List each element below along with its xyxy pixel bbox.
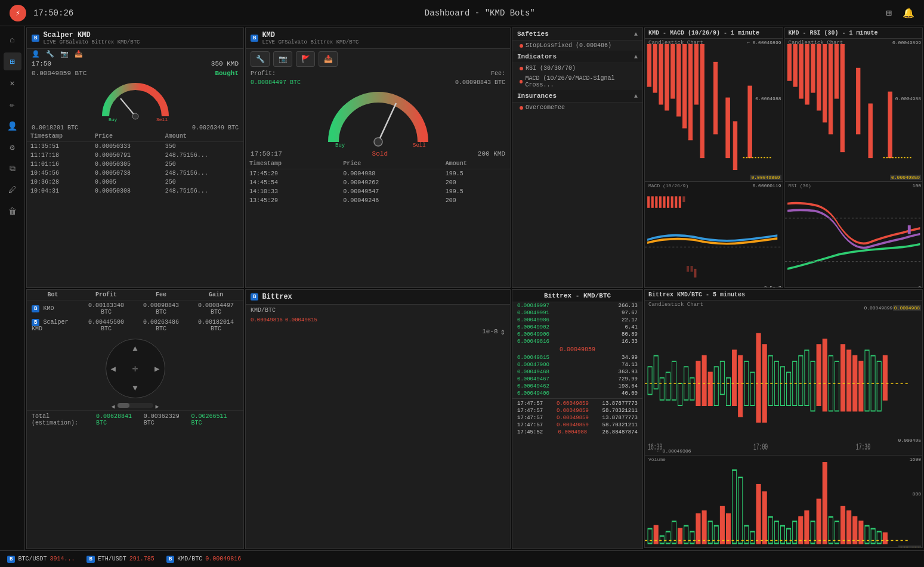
svg-rect-81 xyxy=(787,372,791,405)
svg-rect-13 xyxy=(677,45,681,116)
scalper-gain: 0.00182014 BTC xyxy=(188,317,243,334)
safeties-panel: Safeties ▲ StopLossFixed (0.000486) Indi… xyxy=(512,27,643,288)
status-btc-value: 3914... xyxy=(50,556,75,562)
svg-rect-141 xyxy=(883,533,887,543)
kmd-pair: KMD/BTC xyxy=(246,305,510,316)
svg-rect-85 xyxy=(811,361,815,410)
svg-text:17:45: 17:45 xyxy=(787,286,799,288)
svg-rect-43 xyxy=(811,45,815,92)
table-row: 11:17:180.00050791248.75156... xyxy=(27,151,243,160)
sidebar-copy[interactable]: ⧉ xyxy=(4,160,21,178)
svg-rect-75 xyxy=(750,372,755,405)
sidebar-dashboard[interactable]: ⊞ xyxy=(4,52,21,70)
b5-price-mid: 0.000495 xyxy=(898,438,921,443)
safeties-chevron[interactable]: ▲ xyxy=(634,31,638,38)
sidebar-close[interactable]: ✕ xyxy=(4,74,21,92)
main-grid: B Scalper KMD LIVE GFSalvato Bittrex KMD… xyxy=(25,26,924,550)
status-btc: B BTC/USDT 3914... xyxy=(7,556,75,563)
col-bot: Bot xyxy=(27,290,79,300)
nav-right[interactable]: ▶ xyxy=(154,363,159,373)
macd-neg-val: -3.5e-7 xyxy=(761,285,781,287)
svg-rect-115 xyxy=(726,514,730,543)
wrench-icon[interactable]: 🔧 xyxy=(46,50,54,58)
kmd-btn-1[interactable]: 🔧 xyxy=(251,51,270,67)
scroll-thumb[interactable] xyxy=(118,403,129,408)
kmd-btn-3[interactable]: 🚩 xyxy=(296,51,315,67)
sidebar-home[interactable]: ⌂ xyxy=(4,31,21,49)
ob-ask: 0.0004998622.17 xyxy=(512,317,642,324)
svg-rect-48 xyxy=(840,45,845,151)
safety-label: StopLossFixed (0.000486) xyxy=(526,42,611,49)
bell-icon[interactable]: 🔔 xyxy=(903,7,914,19)
svg-rect-130 xyxy=(817,500,821,544)
sidebar-pen[interactable]: 🖊 xyxy=(4,181,21,199)
svg-rect-50 xyxy=(868,104,872,158)
ob-ask: 0.0004990080.89 xyxy=(512,331,642,338)
nav-down[interactable]: ▼ xyxy=(132,383,137,393)
svg-rect-60 xyxy=(660,377,664,399)
rsi-sub-panel: RSI (30) 100 0 17:45 1 🔍 ← → ↔ xyxy=(785,181,923,288)
sidebar-edit[interactable]: ✏ xyxy=(4,95,21,113)
scalper-btc-values: 0.0018201 BTC 0.0026349 BTC xyxy=(27,125,243,131)
svg-text:Buy: Buy xyxy=(335,142,345,148)
summary-table: Bot Profit Fee Gain B KMD 0.00183340 BTC… xyxy=(27,290,243,334)
svg-rect-94 xyxy=(865,350,869,411)
orderbook-title: Bittrex - KMD/BTC xyxy=(512,290,642,302)
svg-rect-36 xyxy=(691,266,693,272)
svg-rect-96 xyxy=(877,361,881,410)
svg-rect-47 xyxy=(835,45,839,98)
sidebar-person[interactable]: 👤 xyxy=(4,117,21,135)
screen-icon[interactable]: ⊞ xyxy=(886,7,892,19)
status-btc-badge: B xyxy=(7,556,15,563)
sidebar-gear[interactable]: ⚙ xyxy=(4,138,21,156)
volume-current: 147.414 xyxy=(898,546,921,548)
bittrex-candle-label: Candlestick Chart xyxy=(648,302,703,308)
kmd-btn-2[interactable]: 📷 xyxy=(273,51,292,67)
table-row: 14:45:540.00049262200 xyxy=(246,178,510,187)
svg-rect-84 xyxy=(805,350,809,405)
indicator-macd: MACD (10/26/9/MACD-Signal Cross... xyxy=(512,73,642,90)
scale-arrows[interactable]: ⇕ xyxy=(500,327,505,337)
scalper-profit: 0.00445500 BTC xyxy=(79,317,134,334)
svg-rect-24 xyxy=(651,196,654,207)
app-logo: ⚡ xyxy=(10,5,26,21)
svg-rect-16 xyxy=(694,45,699,104)
svg-rect-139 xyxy=(871,529,875,544)
rsi-price-high: 0.00049899 xyxy=(892,40,921,45)
table-row: 10:45:560.00050738248.75156... xyxy=(27,169,243,178)
nav-widget[interactable]: ▲ ▼ ◀ ▶ ✛ xyxy=(106,339,165,398)
scalper-toolbar: 👤 🔧 📷 📥 xyxy=(27,49,243,59)
svg-rect-110 xyxy=(696,514,700,543)
sold-row: 17:50:17 Sold 200 KMD xyxy=(246,149,510,159)
svg-rect-128 xyxy=(805,511,809,543)
svg-rect-135 xyxy=(847,511,851,543)
indicators-chevron[interactable]: ▲ xyxy=(634,54,638,60)
rsi-label: RSI (30/30/70) xyxy=(526,65,576,72)
safeties-header: Safeties ▲ xyxy=(512,28,642,41)
status-eth-label: ETH/USDT xyxy=(98,556,126,562)
svg-rect-125 xyxy=(787,529,791,544)
svg-rect-26 xyxy=(659,196,662,207)
svg-rect-8 xyxy=(647,45,651,86)
kmd-row-badge: B xyxy=(32,305,39,312)
bot-summary-panel: Bot Profit Fee Gain B KMD 0.00183340 BTC… xyxy=(26,289,244,550)
nav-up[interactable]: ▲ xyxy=(132,344,137,354)
sidebar-trash[interactable]: 🗑 xyxy=(4,203,21,221)
scroll-track[interactable] xyxy=(118,403,153,408)
nav-scroll[interactable]: ◀ ▶ xyxy=(27,403,243,410)
user-icon[interactable]: 👤 xyxy=(32,50,40,58)
nav-left[interactable]: ◀ xyxy=(111,363,116,373)
b5-price-low: ← 0.00049306 xyxy=(657,448,691,454)
svg-rect-83 xyxy=(799,355,803,405)
ob-ask: 0.0004999197.67 xyxy=(512,309,642,317)
download-icon[interactable]: 📥 xyxy=(75,50,83,58)
kmd-btn-4[interactable]: 📥 xyxy=(319,51,338,67)
nav-center[interactable]: ✛ xyxy=(132,362,138,374)
svg-text:Sell: Sell xyxy=(156,117,168,122)
camera-icon[interactable]: 📷 xyxy=(60,50,69,58)
ob-bid: 0.0004981534.99 xyxy=(512,354,642,361)
svg-rect-51 xyxy=(888,92,892,158)
svg-rect-21 xyxy=(748,86,752,157)
ob-trade: 17:45:520.000498826.88487874 xyxy=(512,429,642,436)
insurances-chevron[interactable]: ▲ xyxy=(634,93,638,100)
